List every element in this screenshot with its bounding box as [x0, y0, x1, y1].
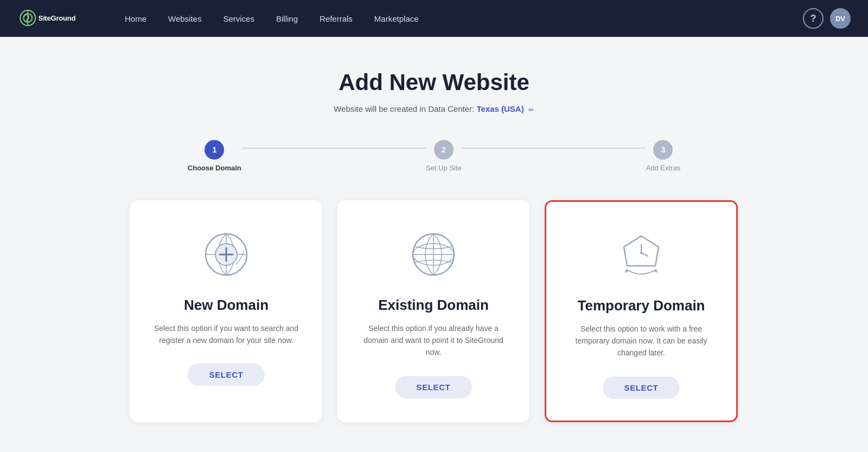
step-1-label: Choose Domain [188, 164, 241, 172]
step-3-label: Add Extras [646, 164, 681, 172]
temporary-domain-desc: Select this option to work with a free t… [566, 323, 717, 359]
nav-marketplace[interactable]: Marketplace [365, 10, 429, 28]
logo[interactable]: SiteGround [17, 7, 93, 30]
svg-marker-14 [653, 269, 658, 273]
new-domain-desc: Select this option if you want to search… [151, 322, 302, 347]
page-subtitle: Website will be created in Data Center: … [130, 104, 738, 114]
step-line-2-3 [462, 148, 646, 149]
step-1-circle: 1 [205, 140, 224, 160]
svg-line-12 [641, 253, 648, 256]
step-3: 3 Add Extras [646, 140, 681, 172]
step-2-circle: 2 [434, 140, 454, 160]
nav-websites[interactable]: Websites [158, 10, 211, 28]
new-domain-title: New Domain [184, 297, 269, 314]
existing-domain-select-button[interactable]: SELECT [395, 376, 473, 398]
existing-domain-desc: Select this option if you already have a… [358, 322, 509, 359]
nav-services[interactable]: Services [213, 10, 264, 28]
new-domain-card[interactable]: New Domain Select this option if you wan… [130, 200, 322, 422]
step-1: 1 Choose Domain [188, 140, 241, 172]
nav-home[interactable]: Home [115, 10, 156, 28]
temporary-domain-card[interactable]: Temporary Domain Select this option to w… [545, 200, 738, 422]
svg-marker-13 [625, 269, 629, 273]
navbar: SiteGround Home Websites Services Billin… [0, 0, 868, 37]
nav-billing[interactable]: Billing [266, 10, 308, 28]
cards-row: New Domain Select this option if you wan… [130, 200, 738, 422]
step-line-1-2 [241, 148, 426, 149]
step-2-label: Set Up Site [426, 164, 462, 172]
existing-domain-title: Existing Domain [378, 297, 489, 314]
nav-actions: ? DV [803, 8, 851, 29]
existing-domain-icon [406, 227, 461, 282]
nav-links: Home Websites Services Billing Referrals… [115, 10, 799, 28]
svg-text:SiteGround: SiteGround [39, 14, 76, 22]
edit-icon[interactable]: ✏ [528, 106, 534, 114]
new-domain-select-button[interactable]: SELECT [188, 364, 265, 386]
page-title: Add New Website [130, 69, 738, 96]
temporary-domain-icon [614, 228, 668, 282]
step-2: 2 Set Up Site [426, 140, 462, 172]
user-avatar-button[interactable]: DV [830, 8, 851, 29]
new-domain-icon [199, 227, 253, 282]
temporary-domain-select-button[interactable]: SELECT [603, 377, 680, 399]
step-3-circle: 3 [653, 140, 673, 160]
steps-container: 1 Choose Domain 2 Set Up Site 3 Add Extr… [130, 140, 738, 172]
main-content: Add New Website Website will be created … [108, 37, 760, 452]
temporary-domain-title: Temporary Domain [577, 297, 705, 314]
datacenter-link[interactable]: Texas (USA) [476, 104, 524, 113]
nav-referrals[interactable]: Referrals [310, 10, 362, 28]
existing-domain-card[interactable]: Existing Domain Select this option if yo… [337, 200, 529, 422]
help-button[interactable]: ? [803, 8, 824, 29]
